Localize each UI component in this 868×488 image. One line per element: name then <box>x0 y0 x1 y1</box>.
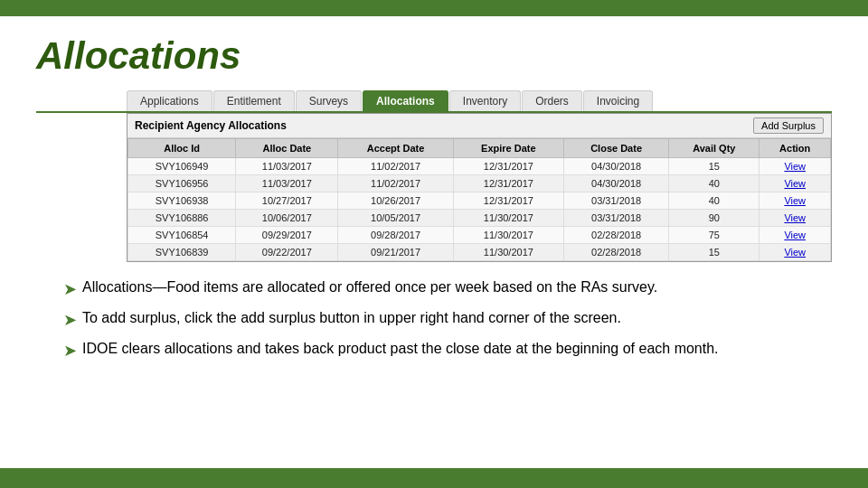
main-content: Allocations ApplicationsEntitlementSurve… <box>0 16 868 378</box>
table-row: SVY10693810/27/201710/26/201712/31/20170… <box>128 192 831 210</box>
table-row: SVY10685409/29/201709/28/201711/30/20170… <box>128 227 831 244</box>
bullets-section: ➤Allocations—Food items are allocated or… <box>36 277 832 363</box>
nav-tab-allocations[interactable]: Allocations <box>363 90 448 111</box>
col-header-close-date: Close Date <box>564 139 669 158</box>
nav-tab-orders[interactable]: Orders <box>522 90 582 111</box>
table-row: SVY10688610/06/201710/05/201711/30/20170… <box>128 210 831 227</box>
cell-5: 75 <box>669 227 760 244</box>
cell-0: SVY106854 <box>128 227 236 244</box>
cell-5: 15 <box>669 158 760 175</box>
cell-2: 09/28/2017 <box>338 227 453 244</box>
bullet-text: To add surplus, click the add surplus bu… <box>82 307 621 329</box>
view-link[interactable]: View <box>760 175 831 192</box>
cell-2: 11/02/2017 <box>338 158 453 175</box>
cell-0: SVY106886 <box>128 210 236 227</box>
col-header-expire-date: Expire Date <box>453 139 563 158</box>
cell-3: 11/30/2017 <box>453 244 563 261</box>
bottom-bar <box>0 468 868 488</box>
cell-4: 04/30/2018 <box>564 158 669 175</box>
table-header-row: Recipient Agency Allocations Add Surplus <box>127 114 831 138</box>
view-link[interactable]: View <box>760 227 831 244</box>
cell-2: 09/21/2017 <box>338 244 453 261</box>
cell-1: 11/03/2017 <box>236 175 338 192</box>
bullet-text: Allocations—Food items are allocated or … <box>82 277 657 298</box>
nav-tab-entitlement[interactable]: Entitlement <box>213 90 295 111</box>
table-row: SVY10683909/22/201709/21/201711/30/20170… <box>128 244 831 261</box>
cell-0: SVY106956 <box>128 175 236 192</box>
nav-tabs: ApplicationsEntitlementSurveysAllocation… <box>36 90 832 113</box>
add-surplus-button[interactable]: Add Surplus <box>753 117 824 134</box>
col-header-alloc-id: Alloc Id <box>128 139 236 158</box>
view-link[interactable]: View <box>760 210 831 227</box>
view-link[interactable]: View <box>760 192 831 210</box>
view-link[interactable]: View <box>760 158 831 175</box>
cell-5: 15 <box>669 244 760 261</box>
cell-3: 11/30/2017 <box>453 227 563 244</box>
cell-3: 12/31/2017 <box>453 175 563 192</box>
page-title: Allocations <box>36 34 832 78</box>
cell-2: 10/05/2017 <box>338 210 453 227</box>
col-header-accept-date: Accept Date <box>338 139 453 158</box>
col-header-avail-qty: Avail Qty <box>669 139 760 158</box>
view-link[interactable]: View <box>760 244 831 261</box>
nav-tab-invoicing[interactable]: Invoicing <box>583 90 653 111</box>
cell-4: 03/31/2018 <box>564 192 669 210</box>
cell-4: 02/28/2018 <box>564 227 669 244</box>
cell-4: 03/31/2018 <box>564 210 669 227</box>
bullet-arrow-icon: ➤ <box>63 308 77 333</box>
cell-1: 09/22/2017 <box>236 244 338 261</box>
cell-2: 10/26/2017 <box>338 192 453 210</box>
cell-1: 11/03/2017 <box>236 158 338 175</box>
cell-0: SVY106938 <box>128 192 236 210</box>
table-row: SVY10695611/03/201711/02/201712/31/20170… <box>128 175 831 192</box>
cell-5: 40 <box>669 192 760 210</box>
cell-5: 40 <box>669 175 760 192</box>
nav-tab-surveys[interactable]: Surveys <box>296 90 362 111</box>
list-item: ➤Allocations—Food items are allocated or… <box>63 277 832 302</box>
cell-1: 10/06/2017 <box>236 210 338 227</box>
table-container: Recipient Agency Allocations Add Surplus… <box>127 113 832 262</box>
cell-0: SVY106839 <box>128 244 236 261</box>
bullet-arrow-icon: ➤ <box>63 277 77 302</box>
cell-0: SVY106949 <box>128 158 236 175</box>
bullet-arrow-icon: ➤ <box>63 339 77 363</box>
section-title: Recipient Agency Allocations <box>135 119 287 132</box>
bullet-text: IDOE clears allocations and takes back p… <box>82 338 719 360</box>
cell-3: 12/31/2017 <box>453 158 563 175</box>
col-header-action: Action <box>760 139 831 158</box>
cell-4: 02/28/2018 <box>564 244 669 261</box>
nav-tabs-wrapper: ApplicationsEntitlementSurveysAllocation… <box>36 90 832 113</box>
top-bar <box>0 0 868 16</box>
cell-1: 10/27/2017 <box>236 192 338 210</box>
cell-3: 11/30/2017 <box>453 210 563 227</box>
page-wrapper: Allocations ApplicationsEntitlementSurve… <box>0 0 868 488</box>
nav-tab-inventory[interactable]: Inventory <box>449 90 521 111</box>
nav-tab-applications[interactable]: Applications <box>127 90 212 111</box>
list-item: ➤IDOE clears allocations and takes back … <box>63 338 832 363</box>
table-row: SVY10694911/03/201711/02/201712/31/20170… <box>128 158 831 175</box>
cell-1: 09/29/2017 <box>236 227 338 244</box>
cell-2: 11/02/2017 <box>338 175 453 192</box>
cell-4: 04/30/2018 <box>564 175 669 192</box>
col-header-alloc-date: Alloc Date <box>236 139 338 158</box>
list-item: ➤To add surplus, click the add surplus b… <box>63 307 832 333</box>
cell-5: 90 <box>669 210 760 227</box>
allocations-table: Alloc IdAlloc DateAccept DateExpire Date… <box>127 138 831 261</box>
cell-3: 12/31/2017 <box>453 192 563 210</box>
